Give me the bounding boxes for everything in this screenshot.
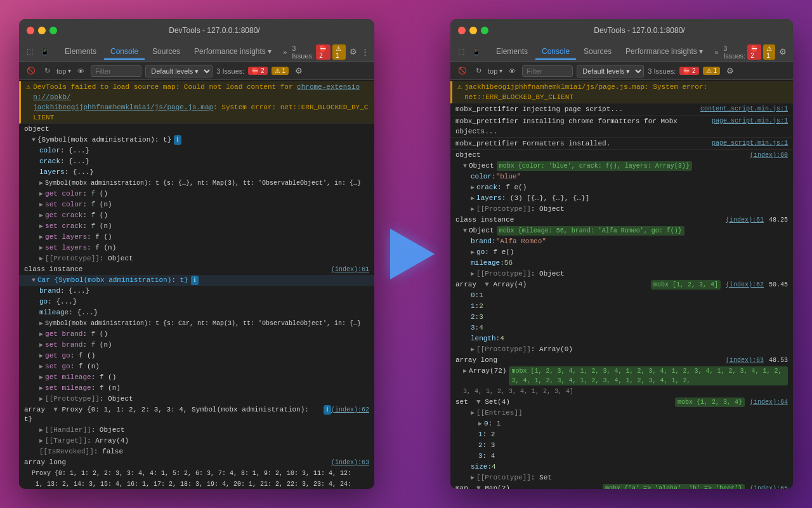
- left-set-go-toggle[interactable]: ▶: [39, 362, 43, 371]
- left-filter-input[interactable]: [91, 65, 141, 77]
- right-close-button[interactable]: [458, 27, 466, 34]
- right-tab-sources[interactable]: Sources: [577, 44, 618, 60]
- left-settings-icon[interactable]: ⚙: [350, 47, 357, 57]
- left-close-button[interactable]: [27, 27, 34, 34]
- right-proto-array-row[interactable]: ▶ [[Prototype]]: Array(0): [450, 344, 793, 355]
- right-obj-expand-row[interactable]: ▼ Object mobx {color: 'blue', crack: f()…: [450, 161, 793, 171]
- right-obj-expand-toggle[interactable]: ▼: [463, 161, 467, 171]
- left-top-chevron[interactable]: ▾: [68, 67, 71, 74]
- left-toolbar-error-badge[interactable]: ⛔ 2: [248, 67, 267, 75]
- left-set-mileage-toggle[interactable]: ▶: [39, 384, 43, 393]
- left-prototype2-toggle[interactable]: ▶: [39, 394, 43, 404]
- right-proto-array-toggle[interactable]: ▶: [471, 345, 475, 354]
- right-layers-toggle[interactable]: ▶: [471, 194, 475, 203]
- left-toolbar-warning-badge[interactable]: ⚠ 1: [272, 67, 289, 75]
- right-refresh-button[interactable]: ↻: [473, 65, 484, 76]
- left-levels-select[interactable]: Default levels ▾: [145, 65, 213, 77]
- left-prototype-obj-row[interactable]: ▶ [[Prototype]]: Object: [19, 253, 374, 264]
- left-eye-icon[interactable]: 👁: [75, 66, 87, 76]
- right-eye-icon[interactable]: 👁: [506, 66, 518, 76]
- right-console-content[interactable]: ⚠ jackhibeogijphhfnamhemklmiai/js/page.j…: [450, 80, 793, 489]
- left-arraylong-source[interactable]: (index):63: [331, 458, 369, 467]
- left-symbol-admin-row[interactable]: ▶ Symbol(mobx administration): t {s: {…}…: [19, 178, 374, 189]
- left-more-options-icon[interactable]: ⋮: [361, 47, 369, 57]
- right-set-proto-toggle[interactable]: ▶: [471, 473, 475, 483]
- right-levels-select[interactable]: Default levels ▾: [577, 65, 644, 77]
- right-install-source[interactable]: page_script.min.js:1: [712, 116, 788, 126]
- right-toolbar-error-badge[interactable]: ⛔ 2: [679, 67, 698, 75]
- left-get-color-row[interactable]: ▶ get color: f (): [19, 189, 374, 199]
- right-device-icon[interactable]: 📱: [469, 46, 483, 57]
- left-set-color-row[interactable]: ▶ set color: f (n): [19, 199, 374, 210]
- right-inject-source[interactable]: content_script.min.js:1: [700, 104, 788, 114]
- left-toolbar-settings-icon[interactable]: ⚙: [295, 66, 303, 76]
- right-clear-console-button[interactable]: 🚫: [455, 65, 469, 76]
- left-get-layers-row[interactable]: ▶ get layers: f (): [19, 232, 374, 243]
- right-toolbar-warning-badge[interactable]: ⚠ 1: [703, 67, 720, 75]
- right-layers-row[interactable]: ▶ layers: (3) [{…}, {…}, {…}]: [450, 193, 793, 204]
- left-array-source[interactable]: (index):62: [331, 405, 369, 415]
- left-expand-symbol[interactable]: ▼: [32, 135, 36, 145]
- left-refresh-button[interactable]: ↻: [42, 65, 53, 76]
- right-array72-toggle[interactable]: ▶: [463, 366, 467, 376]
- left-set-crack-toggle[interactable]: ▶: [39, 222, 43, 231]
- left-console-content[interactable]: ⚠ DevTools failed to load source map: Co…: [19, 80, 374, 489]
- left-device-icon[interactable]: 📱: [38, 46, 52, 57]
- right-inspect-icon[interactable]: ⬚: [455, 46, 467, 57]
- left-inspect-icon[interactable]: ⬚: [24, 46, 36, 57]
- right-prototype-toggle[interactable]: ▶: [471, 204, 475, 214]
- right-go-row[interactable]: ▶ go: f e(): [450, 247, 793, 258]
- left-tab-sources[interactable]: Sources: [146, 44, 187, 60]
- left-set-brand-toggle[interactable]: ▶: [39, 340, 43, 350]
- left-target-toggle[interactable]: ▶: [39, 436, 43, 446]
- right-warning-badge[interactable]: ⚠ 1: [763, 44, 775, 60]
- left-car-row[interactable]: ▼ Car {Symbol(mobx administration): t} ℹ: [19, 275, 374, 286]
- right-formatters-source[interactable]: page_script.min.js:1: [712, 138, 788, 149]
- right-alfa-row[interactable]: ▼ Object mobx {mileage: 56, brand: 'Alfa…: [450, 225, 793, 236]
- left-set-color-toggle[interactable]: ▶: [39, 200, 43, 210]
- right-set-entries-row[interactable]: ▶ [[Entries]]: [450, 408, 793, 418]
- left-set-go-row[interactable]: ▶ set go: f (n): [19, 361, 374, 372]
- right-prototype2-toggle[interactable]: ▶: [471, 269, 475, 279]
- right-array-source[interactable]: (index):62: [726, 280, 764, 290]
- right-crack-row[interactable]: ▶ crack: f e(): [450, 182, 793, 193]
- right-tab-console[interactable]: Console: [535, 44, 576, 60]
- right-alfa-toggle[interactable]: ▼: [463, 226, 467, 236]
- right-settings-icon[interactable]: ⚙: [779, 47, 787, 57]
- left-set-layers-row[interactable]: ▶ set layers: f (n): [19, 243, 374, 253]
- left-symbol-mobx-row[interactable]: ▼ {Symbol(mobx administration): t} ℹ: [19, 135, 374, 145]
- left-set-crack-row[interactable]: ▶ set crack: f (n): [19, 221, 374, 232]
- left-tab-console[interactable]: Console: [104, 44, 145, 60]
- left-prototype-obj-toggle[interactable]: ▶: [39, 254, 43, 264]
- left-get-crack-row[interactable]: ▶ get crack: f (): [19, 210, 374, 221]
- left-prototype2-row[interactable]: ▶ [[Prototype]]: Object: [19, 394, 374, 404]
- left-set-layers-toggle[interactable]: ▶: [39, 243, 43, 253]
- right-error-badge[interactable]: ⛔ 2: [747, 44, 761, 60]
- left-get-color-toggle[interactable]: ▶: [39, 189, 43, 199]
- right-prototype-row[interactable]: ▶ [[Prototype]]: Object: [450, 204, 793, 215]
- left-get-brand-toggle[interactable]: ▶: [39, 330, 43, 339]
- left-symbol-admin2-toggle[interactable]: ▶: [39, 319, 43, 328]
- right-tab-elements[interactable]: Elements: [490, 44, 534, 60]
- left-maximize-button[interactable]: [49, 27, 57, 34]
- right-crack-toggle[interactable]: ▶: [471, 183, 475, 192]
- right-map-source[interactable]: (index):65: [750, 484, 788, 489]
- right-prototype2-row[interactable]: ▶ [[Prototype]]: Object: [450, 269, 793, 279]
- right-toolbar-settings-icon[interactable]: ⚙: [726, 66, 734, 76]
- right-maximize-button[interactable]: [481, 27, 488, 34]
- right-top-chevron[interactable]: ▾: [499, 67, 502, 74]
- left-set-brand-row[interactable]: ▶ set brand: f (n): [19, 340, 374, 351]
- left-minimize-button[interactable]: [38, 27, 46, 34]
- right-set-0-toggle[interactable]: ▶: [478, 419, 482, 429]
- right-array72-row[interactable]: ▶ Array(72) mobx [1, 2, 3, 4, 1, 2, 3, 4…: [450, 366, 793, 386]
- right-set-source[interactable]: (index):64: [750, 398, 788, 407]
- left-handler-toggle[interactable]: ▶: [39, 425, 43, 435]
- left-error-badge[interactable]: ⛔ 2: [316, 44, 331, 60]
- left-get-crack-toggle[interactable]: ▶: [39, 211, 43, 220]
- left-target-row[interactable]: ▶ [[Target]]: Array(4): [19, 436, 374, 446]
- left-car-toggle[interactable]: ▼: [32, 276, 36, 285]
- right-filter-input[interactable]: [522, 65, 573, 77]
- right-tab-performance[interactable]: Performance insights ▾: [619, 44, 709, 60]
- left-get-layers-toggle[interactable]: ▶: [39, 232, 43, 242]
- right-set-entries-toggle[interactable]: ▶: [471, 408, 475, 418]
